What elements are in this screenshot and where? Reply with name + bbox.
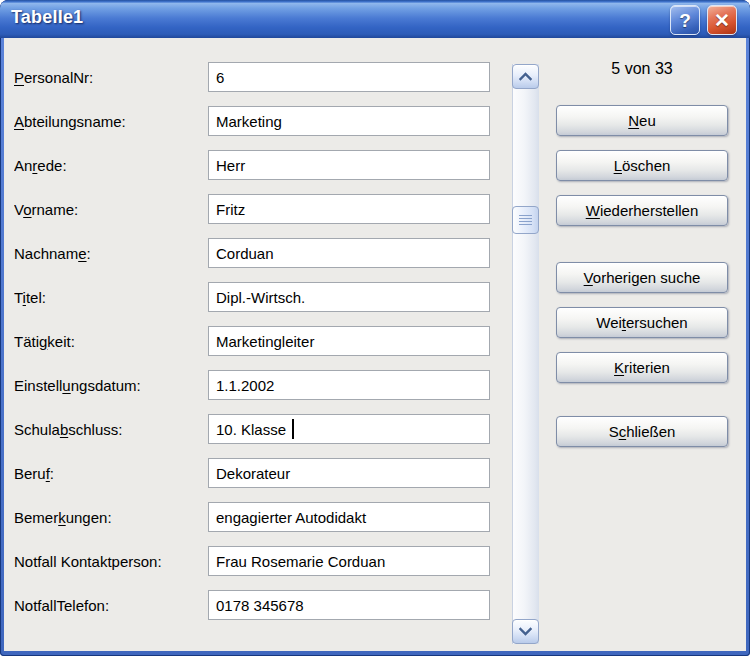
label-text: ersonalNr:	[24, 69, 93, 86]
mnemonic-letter: N	[628, 112, 639, 129]
nachname-input[interactable]	[208, 238, 490, 268]
notfalltelefon-label: NotfallTelefon:	[14, 597, 208, 614]
abteilungsname-label: Abteilungsname:	[14, 113, 208, 130]
text-caret	[292, 419, 294, 439]
form-row: Einstellungsdatum:	[14, 370, 500, 400]
label-text: NotfallTelefon:	[14, 597, 109, 614]
anrede-input[interactable]	[208, 150, 490, 180]
form-row: NotfallTelefon:	[14, 590, 500, 620]
scrollbar-thumb[interactable]	[512, 206, 539, 234]
scrollbar-track[interactable]	[512, 64, 539, 644]
label-text: T	[14, 289, 23, 306]
einstellungsdatum-label: Einstellungsdatum:	[14, 377, 208, 394]
bemerkungen-input[interactable]	[208, 502, 490, 532]
nachname-label: Nachname:	[14, 245, 208, 262]
mnemonic-letter: A	[14, 113, 24, 130]
einstellungsdatum-input[interactable]	[208, 370, 490, 400]
label-text: Täti	[14, 333, 39, 350]
label-text: ngsdatum:	[71, 377, 141, 394]
form-row: Schulabschluss:	[14, 414, 500, 444]
label-text: Notfall Kontaktperson:	[14, 553, 162, 570]
schliessen-button[interactable]: Schließen	[556, 416, 728, 447]
vorherigen-suche-button[interactable]: Vorherigen suche	[556, 262, 728, 293]
taetigkeit-input[interactable]	[208, 326, 490, 356]
beruf-input[interactable]	[208, 458, 490, 488]
anrede-label: Anrede:	[14, 157, 208, 174]
form-row: Vorname:	[14, 194, 500, 224]
action-panel: 5 von 33 Neu Löschen Wiederherstellen Vo…	[556, 38, 728, 651]
abteilungsname-input[interactable]	[208, 106, 490, 136]
form-row: Abteilungsname:	[14, 106, 500, 136]
dialog-body: PersonalNr: Abteilungsname: Anrede: Vorn…	[4, 38, 746, 651]
vorname-label: Vorname:	[14, 201, 208, 218]
beruf-label: Beruf:	[14, 465, 208, 482]
notfall-kontaktperson-label: Notfall Kontaktperson:	[14, 553, 208, 570]
mnemonic-letter: b	[60, 421, 68, 438]
vorname-input[interactable]	[208, 194, 490, 224]
loeschen-button[interactable]: Löschen	[556, 150, 728, 181]
button-label: Wei	[596, 314, 622, 331]
form-row: Bemerkungen:	[14, 502, 500, 532]
titel-label: Titel:	[14, 289, 208, 306]
form-row: Beruf:	[14, 458, 500, 488]
mnemonic-letter: V	[584, 269, 593, 286]
chevron-up-icon	[519, 72, 532, 81]
help-button[interactable]: ?	[670, 5, 700, 35]
schulabschluss-label: Schulabschluss:	[14, 421, 208, 438]
label-text: Nachnam	[14, 245, 78, 262]
kriterien-button[interactable]: Kriterien	[556, 352, 728, 383]
button-label: S	[609, 423, 619, 440]
mnemonic-letter: k	[58, 509, 66, 526]
form-row: Titel:	[14, 282, 500, 312]
close-icon: ✕	[714, 10, 730, 31]
label-text: Beru	[14, 465, 46, 482]
notfalltelefon-input[interactable]	[208, 590, 490, 620]
label-text: Schula	[14, 421, 60, 438]
button-label: hließen	[626, 423, 675, 440]
titel-input[interactable]	[208, 282, 490, 312]
form-row: PersonalNr:	[14, 62, 500, 92]
button-label: ersuchen	[626, 314, 688, 331]
schulabschluss-input[interactable]	[208, 414, 490, 444]
mnemonic-letter: P	[14, 69, 24, 86]
record-scrollbar	[512, 64, 539, 644]
label-text: :	[50, 465, 54, 482]
mnemonic-letter: u	[62, 377, 70, 394]
button-label: orherigen suche	[593, 269, 701, 286]
button-label: öschen	[622, 157, 670, 174]
weitersuchen-button[interactable]: Weitersuchen	[556, 307, 728, 338]
notfall-kontaktperson-input[interactable]	[208, 546, 490, 576]
label-text: keit:	[47, 333, 75, 350]
scroll-up-button[interactable]	[512, 64, 539, 89]
personalnr-input[interactable]	[208, 62, 490, 92]
label-text: schluss:	[68, 421, 122, 438]
tabelle1-dialog: Tabelle1 ? ✕ PersonalNr: Abteilungsname:…	[0, 0, 750, 656]
wiederherstellen-button[interactable]: Wiederherstellen	[556, 195, 728, 226]
label-text: tel:	[26, 289, 46, 306]
mnemonic-letter: e	[78, 245, 86, 262]
scroll-down-button[interactable]	[512, 619, 539, 644]
grip-lines-icon	[519, 215, 532, 226]
form-row: Tätigkeit:	[14, 326, 500, 356]
mnemonic-letter: L	[614, 157, 622, 174]
label-text: Bemer	[14, 509, 58, 526]
personalnr-label: PersonalNr:	[14, 69, 208, 86]
chevron-down-icon	[519, 627, 532, 636]
mnemonic-letter: o	[23, 201, 31, 218]
form-row: Anrede:	[14, 150, 500, 180]
close-button[interactable]: ✕	[707, 5, 737, 35]
bemerkungen-label: Bemerkungen:	[14, 509, 208, 526]
button-label: eu	[639, 112, 656, 129]
schulabschluss-input-wrap	[208, 414, 490, 444]
label-text: bteilungsname:	[24, 113, 126, 130]
label-text: Einstell	[14, 377, 62, 394]
form-row: Nachname:	[14, 238, 500, 268]
taetigkeit-label: Tätigkeit:	[14, 333, 208, 350]
label-text: V	[14, 201, 23, 218]
neu-button[interactable]: Neu	[556, 105, 728, 136]
question-mark-icon: ?	[679, 10, 691, 31]
titlebar[interactable]: Tabelle1 ? ✕	[0, 0, 750, 38]
label-text: ede:	[37, 157, 66, 174]
label-text: An	[14, 157, 32, 174]
label-text: ungen:	[66, 509, 112, 526]
